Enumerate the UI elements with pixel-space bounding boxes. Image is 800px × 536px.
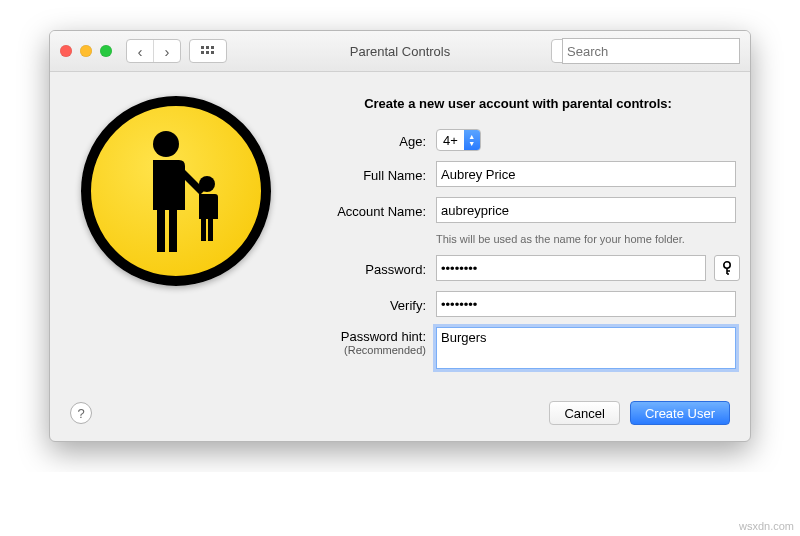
password-assistant-button[interactable] xyxy=(714,255,740,281)
svg-rect-2 xyxy=(211,46,214,49)
label-verify: Verify: xyxy=(296,296,436,313)
minimize-window-button[interactable] xyxy=(80,45,92,57)
nav-segment: ‹ › xyxy=(126,39,181,63)
row-full-name: Full Name: xyxy=(296,161,740,187)
stepper-icon: ▲▼ xyxy=(464,130,480,150)
label-full-name: Full Name: xyxy=(296,166,436,183)
key-icon xyxy=(721,261,733,275)
window-controls xyxy=(60,45,112,57)
svg-rect-0 xyxy=(201,46,204,49)
account-name-hint: This will be used as the name for your h… xyxy=(436,233,740,245)
svg-rect-5 xyxy=(211,51,214,54)
label-password: Password: xyxy=(296,260,436,277)
label-hint-text: Password hint: xyxy=(341,329,426,344)
full-name-input[interactable] xyxy=(436,161,736,187)
zoom-window-button[interactable] xyxy=(100,45,112,57)
search-input[interactable] xyxy=(562,38,740,64)
label-hint: Password hint: (Recommended) xyxy=(296,327,436,356)
create-user-button[interactable]: Create User xyxy=(630,401,730,425)
titlebar: ‹ › Parental Controls xyxy=(50,31,750,72)
label-age: Age: xyxy=(296,132,436,149)
forward-button[interactable]: › xyxy=(153,40,180,62)
age-select[interactable]: 4+ ▲▼ xyxy=(436,129,481,151)
parental-controls-icon xyxy=(81,96,271,286)
row-age: Age: 4+ ▲▼ xyxy=(296,129,740,151)
content-area: Create a new user account with parental … xyxy=(50,72,750,395)
icon-column xyxy=(76,96,276,379)
form-heading: Create a new user account with parental … xyxy=(296,96,740,111)
row-password: Password: xyxy=(296,255,740,281)
password-hint-input[interactable] xyxy=(436,327,736,369)
label-account-name: Account Name: xyxy=(296,202,436,219)
form-column: Create a new user account with parental … xyxy=(276,96,740,379)
cancel-button[interactable]: Cancel xyxy=(549,401,619,425)
row-account-name: Account Name: xyxy=(296,197,740,223)
help-button[interactable]: ? xyxy=(70,402,92,424)
password-input[interactable] xyxy=(436,255,706,281)
verify-input[interactable] xyxy=(436,291,736,317)
svg-point-8 xyxy=(153,131,179,157)
search-field-wrapper[interactable] xyxy=(551,39,740,63)
svg-point-9 xyxy=(199,176,215,192)
svg-point-10 xyxy=(724,262,730,268)
row-hint: Password hint: (Recommended) xyxy=(296,327,740,369)
account-name-input[interactable] xyxy=(436,197,736,223)
row-verify: Verify: xyxy=(296,291,740,317)
age-value: 4+ xyxy=(437,133,464,148)
show-all-button[interactable] xyxy=(189,39,227,63)
label-hint-sub: (Recommended) xyxy=(296,344,426,356)
close-window-button[interactable] xyxy=(60,45,72,57)
back-button[interactable]: ‹ xyxy=(127,40,153,62)
footer: ? Cancel Create User xyxy=(50,395,750,441)
svg-rect-1 xyxy=(206,46,209,49)
svg-rect-3 xyxy=(201,51,204,54)
svg-rect-4 xyxy=(206,51,209,54)
preferences-window: ‹ › Parental Controls xyxy=(49,30,751,442)
